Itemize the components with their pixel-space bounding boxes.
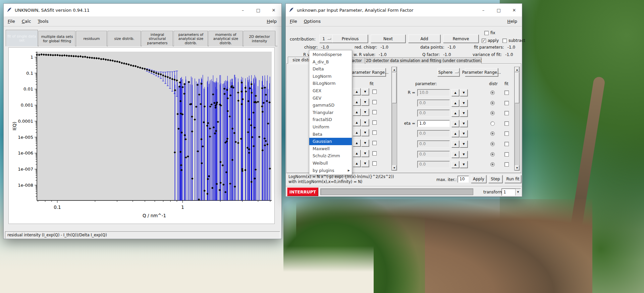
param-down-3-button[interactable]: ▼ [460,120,468,127]
lw-maximize-button[interactable]: □ [251,4,266,16]
lw-tab-6[interactable]: moments of analytical size distrib. [209,31,243,46]
param-entry-7[interactable]: 0.0 [417,161,450,168]
right-scrollbar-down-icon[interactable]: ▼ [515,165,519,170]
dropdown-item-triangular[interactable]: Triangular [309,109,352,116]
lw-tab-2[interactable]: residuum [76,31,107,46]
param-down-0-button[interactable]: ▼ [460,89,468,96]
left-param-down-0-button[interactable]: ▼ [361,88,369,95]
fit-checkbox-4[interactable] [504,131,509,136]
left-param-up-2-button[interactable]: ▲ [353,109,361,116]
left-param-up-4-button[interactable]: ▲ [353,129,361,136]
rw-menu-options[interactable]: Options [304,19,321,24]
dropdown-item-gex[interactable]: GEX [309,87,352,95]
param-up-4-button[interactable]: ▲ [451,130,459,137]
param-down-5-button[interactable]: ▼ [460,140,468,148]
apply-checkbox[interactable]: ✓apply [482,38,499,43]
rw-minimize-button[interactable]: – [476,4,491,16]
distr-radio-6[interactable] [490,152,495,157]
left-param-up-6-button[interactable]: ▲ [353,150,361,157]
param-up-2-button[interactable]: ▲ [451,110,459,117]
dropdown-item-weibull[interactable]: Weibull [309,160,352,167]
param-entry-5[interactable]: 0.0 [417,140,450,148]
left-param-up-0-button[interactable]: ▲ [353,88,361,95]
lw-menu-file[interactable]: File [8,19,15,24]
param-entry-6[interactable]: 0.0 [417,151,450,158]
fit-checkbox-5[interactable] [504,142,509,146]
rw-close-button[interactable]: ✕ [506,4,522,16]
dropdown-item-beta[interactable]: Beta [309,131,352,138]
param-entry-2[interactable]: 0.0 [417,110,450,117]
param-up-1-button[interactable]: ▲ [451,100,459,107]
fit-checkbox-0[interactable] [504,91,509,95]
combo-down-icon[interactable]: ▼ [515,189,521,195]
left-scrollbar[interactable]: ▲▼ [391,67,397,171]
param-down-1-button[interactable]: ▼ [460,100,468,107]
distr-radio-4[interactable] [490,131,495,136]
dropdown-item-gev[interactable]: GEV [309,95,352,102]
param-entry-4[interactable]: 0.0 [417,130,450,137]
shape-optionmenu[interactable]: Sphere [437,68,460,76]
left-scrollbar-up-icon[interactable]: ▲ [392,67,396,72]
left-scrollbar-thumb[interactable] [392,72,396,103]
left-param-down-5-button[interactable]: ▼ [361,139,369,146]
distr-radio-1[interactable] [490,101,495,105]
left-fit-checkbox-4[interactable] [372,130,377,135]
dropdown-item-lognorm[interactable]: LogNorm [309,73,352,80]
fix-checkbox[interactable]: fix [484,31,495,35]
lw-tab-4[interactable]: integral structural parameters [142,31,173,46]
rw-menu-help[interactable]: Help [507,19,517,24]
left-fit-checkbox-6[interactable] [372,151,377,156]
contribution-remove-button[interactable]: Remove [443,35,479,43]
dropdown-item-a-div-b[interactable]: A_div_B [309,58,352,66]
left-param-up-7-button[interactable]: ▲ [353,160,361,167]
step-button[interactable]: Step [488,175,502,183]
dropdown-item-gaussian[interactable]: Gaussian [309,138,352,145]
rw-tab-2[interactable]: 2D detector data simulation and fitting … [366,57,482,64]
dropdown-item-monodisperse[interactable]: Monodisperse [309,51,352,58]
left-param-up-1-button[interactable]: ▲ [353,99,361,106]
left-fit-checkbox-0[interactable] [372,90,377,94]
fit-checkbox-1[interactable] [504,101,509,105]
right-titlebar[interactable]: unknown.par Input Parameter, Analytical … [286,4,522,16]
dropdown-item-schulz-zimm[interactable]: Schulz-Zimm [309,152,352,160]
right-scrollbar-up-icon[interactable]: ▲ [515,67,519,72]
left-param-up-3-button[interactable]: ▲ [353,119,361,126]
left-titlebar[interactable]: UNKNOWN, SASfit version 0.94.11 – □ ✕ [4,4,281,16]
right-scrollbar-thumb[interactable] [515,72,519,103]
contribution-previous-button[interactable]: Previous [332,35,368,43]
interrupt-button[interactable]: INTERRUPT [287,187,318,196]
left-scrollbar-down-icon[interactable]: ▼ [392,165,396,170]
left-param-down-3-button[interactable]: ▼ [361,119,369,126]
lw-tab-7[interactable]: 2D detector intensity [244,31,275,46]
left-fit-checkbox-7[interactable] [372,161,377,166]
param-up-6-button[interactable]: ▲ [451,151,459,158]
lw-menu-tools[interactable]: Tools [38,19,49,24]
max-iter-input[interactable]: 10 [458,176,469,183]
param-down-7-button[interactable]: ▼ [460,161,468,168]
param-entry-3[interactable]: 1.0 [417,120,450,127]
lw-close-button[interactable]: ✕ [266,4,281,16]
param-up-0-button[interactable]: ▲ [451,89,459,96]
param-up-7-button[interactable]: ▲ [451,161,459,168]
param-up-3-button[interactable]: ▲ [451,120,459,127]
param-up-5-button[interactable]: ▲ [451,140,459,148]
contribution-add-button[interactable]: Add [408,35,440,43]
lw-tab-1[interactable]: multiple data sets for global fitting [39,31,75,46]
right-scrollbar[interactable]: ▲▼ [514,67,520,171]
right-parameter-range-button[interactable]: Parameter Range... [465,68,498,76]
left-param-down-4-button[interactable]: ▼ [361,129,369,136]
dropdown-item-maxwell[interactable]: Maxwell [309,145,352,153]
contribution-optionmenu[interactable]: 1 [319,35,334,43]
dropdown-item-uniform[interactable]: Uniform [309,123,352,131]
left-param-down-2-button[interactable]: ▼ [361,109,369,116]
dropdown-item-gammasd[interactable]: gammaSD [309,102,352,109]
left-fit-checkbox-2[interactable] [372,110,377,114]
left-param-down-7-button[interactable]: ▼ [361,160,369,167]
param-entry-1[interactable]: 0.0 [417,100,450,107]
lw-minimize-button[interactable]: – [235,4,251,16]
fit-checkbox-2[interactable] [504,111,509,115]
left-fit-checkbox-3[interactable] [372,120,377,125]
distr-radio-2[interactable] [490,111,495,115]
left-fit-checkbox-5[interactable] [372,141,377,145]
lw-tab-3[interactable]: size distrib. [108,31,141,46]
